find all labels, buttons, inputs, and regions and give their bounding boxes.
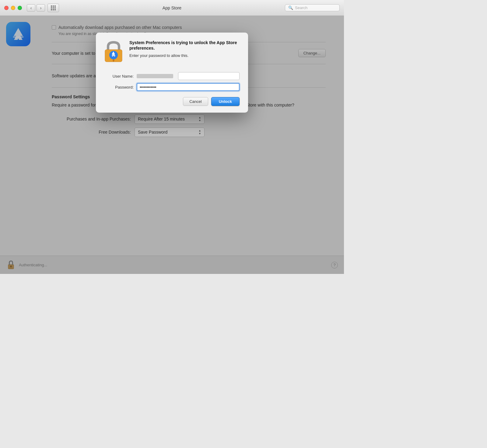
password-input[interactable] [137, 83, 240, 91]
modal-title: System Preferences is trying to unlock t… [129, 40, 240, 51]
username-label: User Name: [103, 74, 134, 79]
unlock-button[interactable]: Unlock [211, 97, 240, 106]
back-button[interactable]: ‹ [27, 4, 35, 12]
svg-rect-8 [113, 61, 114, 62]
nav-buttons: ‹ › [27, 4, 45, 12]
modal-header: A System Preferences is trying to unlock… [103, 40, 240, 65]
svg-text:A: A [112, 53, 115, 58]
modal-text-block: System Preferences is trying to unlock t… [129, 40, 240, 65]
forward-button[interactable]: › [37, 4, 45, 12]
password-label: Password: [103, 85, 134, 89]
modal-buttons: Cancel Unlock [103, 97, 240, 106]
search-icon: 🔍 [288, 5, 293, 10]
modal-subtitle: Enter your password to allow this. [129, 53, 240, 58]
padlock-graphic: A [103, 40, 124, 65]
maximize-button[interactable] [18, 6, 22, 10]
window-title: App Store [163, 5, 181, 10]
username-blurred-value [137, 74, 173, 78]
grid-view-button[interactable] [47, 4, 59, 12]
minimize-button[interactable] [11, 6, 15, 10]
modal-form: User Name: Password: [103, 72, 240, 91]
title-bar: ‹ › App Store 🔍 Search [0, 0, 344, 16]
cancel-button[interactable]: Cancel [183, 97, 208, 106]
unlock-dialog: A System Preferences is trying to unlock… [96, 33, 248, 113]
search-box[interactable]: 🔍 Search [285, 4, 340, 11]
grid-icon [51, 5, 56, 10]
username-input[interactable] [178, 72, 240, 80]
username-row: User Name: [103, 72, 240, 80]
traffic-lights [4, 6, 22, 10]
search-placeholder: Search [295, 5, 307, 10]
password-row: Password: [103, 83, 240, 91]
close-button[interactable] [4, 6, 9, 10]
modal-overlay: A System Preferences is trying to unlock… [0, 16, 344, 274]
main-content: Automatically download apps purchased on… [0, 16, 344, 274]
padlock-icon: A [103, 40, 124, 64]
